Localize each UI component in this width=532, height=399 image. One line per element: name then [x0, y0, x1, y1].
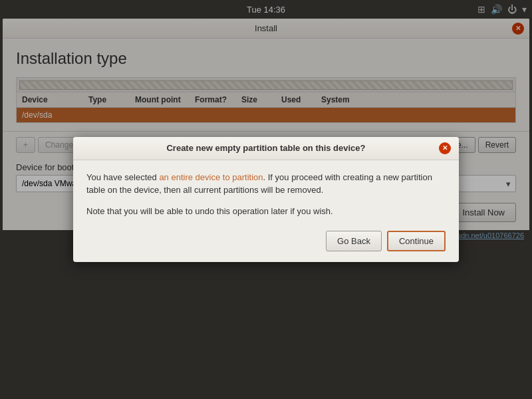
continue-button[interactable]: Continue [387, 231, 446, 251]
modal-close-button[interactable]: ✕ [439, 142, 451, 154]
modal-title: Create new empty partition table on this… [93, 143, 439, 153]
modal-text-highlight: an entire device to partition [159, 172, 263, 182]
modal-main-text: You have selected an entire device to pa… [86, 171, 446, 197]
modal-buttons: Go Back Continue [86, 228, 446, 254]
go-back-button[interactable]: Go Back [326, 231, 382, 251]
modal-overlay: Create new empty partition table on this… [0, 0, 532, 399]
modal-body: You have selected an entire device to pa… [73, 160, 459, 263]
modal-title-bar: Create new empty partition table on this… [73, 137, 459, 160]
modal-note-text: Note that you will be able to undo this … [86, 205, 446, 218]
modal-text-part1: You have selected [86, 172, 159, 182]
modal-dialog: Create new empty partition table on this… [73, 137, 459, 263]
